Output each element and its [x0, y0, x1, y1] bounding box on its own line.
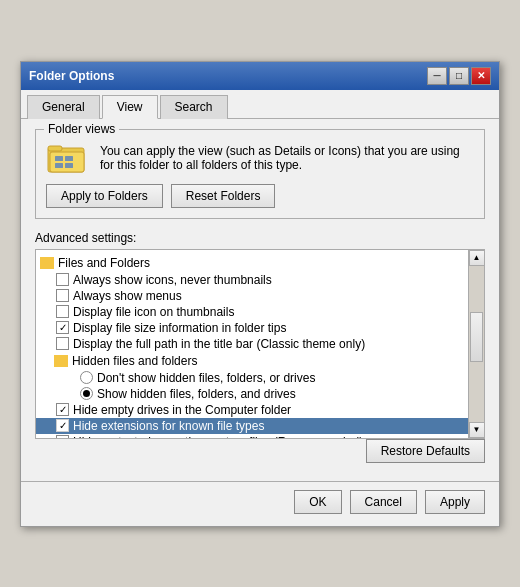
advanced-settings-tree: Files and Folders Always show icons, nev… [35, 249, 485, 439]
list-item[interactable]: Always show icons, never thumbnails [36, 272, 468, 288]
folder-icon-small [40, 257, 54, 269]
folder-icon [46, 140, 88, 176]
radio-dont-show[interactable] [80, 371, 93, 384]
list-item-selected[interactable]: Hide extensions for known file types [36, 418, 468, 434]
list-item[interactable]: Hide empty drives in the Computer folder [36, 402, 468, 418]
title-bar-controls: ─ □ ✕ [427, 67, 491, 85]
tree-content: Files and Folders Always show icons, nev… [36, 250, 468, 438]
svg-rect-4 [65, 156, 73, 161]
radio-show-hidden[interactable] [80, 387, 93, 400]
tab-search[interactable]: Search [160, 95, 228, 119]
close-button[interactable]: ✕ [471, 67, 491, 85]
checkbox-hide-empty-drives[interactable] [56, 403, 69, 416]
list-item[interactable]: Don't show hidden files, folders, or dri… [36, 370, 468, 386]
folder-views-buttons: Apply to Folders Reset Folders [46, 184, 474, 208]
list-item[interactable]: Hide protected operating system files (R… [36, 434, 468, 438]
window-title: Folder Options [29, 69, 114, 83]
folder-views-description: You can apply the view (such as Details … [100, 144, 474, 172]
maximize-button[interactable]: □ [449, 67, 469, 85]
svg-rect-6 [65, 163, 73, 168]
reset-folders-button[interactable]: Reset Folders [171, 184, 276, 208]
hidden-files-header: Hidden files and folders [36, 352, 468, 370]
folder-views-inner: You can apply the view (such as Details … [46, 140, 474, 176]
list-item[interactable]: Display the full path in the title bar (… [36, 336, 468, 352]
checkbox-file-icon[interactable] [56, 305, 69, 318]
hidden-files-label: Hidden files and folders [72, 354, 197, 368]
folder-views-title: Folder views [44, 122, 119, 136]
list-item[interactable]: Show hidden files, folders, and drives [36, 386, 468, 402]
checkbox-hide-extensions[interactable] [56, 419, 69, 432]
restore-defaults-button[interactable]: Restore Defaults [366, 439, 485, 463]
footer-buttons: OK Cancel Apply [21, 481, 499, 526]
list-item[interactable]: Always show menus [36, 288, 468, 304]
apply-to-folders-button[interactable]: Apply to Folders [46, 184, 163, 208]
ok-button[interactable]: OK [294, 490, 341, 514]
tab-bar: General View Search [21, 90, 499, 119]
scroll-up-button[interactable]: ▲ [469, 250, 485, 266]
folder-icon-hidden [54, 355, 68, 367]
checkbox-hide-protected[interactable] [56, 435, 69, 438]
apply-button[interactable]: Apply [425, 490, 485, 514]
minimize-button[interactable]: ─ [427, 67, 447, 85]
scroll-thumb[interactable] [470, 312, 483, 362]
scrollbar[interactable]: ▲ ▼ [468, 250, 484, 438]
checkbox-always-icons[interactable] [56, 273, 69, 286]
list-item[interactable]: Display file icon on thumbnails [36, 304, 468, 320]
tab-view[interactable]: View [102, 95, 158, 119]
title-bar: Folder Options ─ □ ✕ [21, 62, 499, 90]
svg-rect-2 [50, 152, 84, 172]
checkbox-file-size[interactable] [56, 321, 69, 334]
svg-rect-5 [55, 163, 63, 168]
list-item[interactable]: Display file size information in folder … [36, 320, 468, 336]
svg-rect-1 [48, 146, 62, 151]
checkbox-full-path[interactable] [56, 337, 69, 350]
restore-defaults-row: Restore Defaults [35, 439, 485, 463]
checkbox-always-menus[interactable] [56, 289, 69, 302]
main-content: Folder views [21, 119, 499, 481]
scroll-track[interactable] [469, 266, 484, 422]
tab-general[interactable]: General [27, 95, 100, 119]
advanced-settings-label: Advanced settings: [35, 231, 485, 245]
scroll-down-button[interactable]: ▼ [469, 422, 485, 438]
folder-options-window: Folder Options ─ □ ✕ General View Search… [20, 61, 500, 527]
folder-views-group: Folder views [35, 129, 485, 219]
files-and-folders-header: Files and Folders [36, 254, 468, 272]
cancel-button[interactable]: Cancel [350, 490, 417, 514]
svg-rect-3 [55, 156, 63, 161]
files-and-folders-label: Files and Folders [58, 256, 150, 270]
